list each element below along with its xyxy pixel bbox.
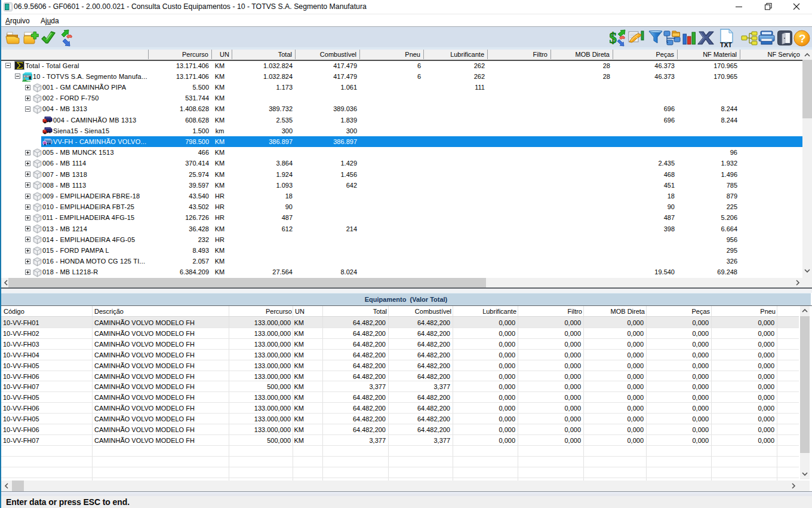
svg-text:$: $: [610, 29, 617, 47]
svg-text:TXT: TXT: [720, 41, 732, 48]
svg-text:?: ?: [799, 32, 806, 45]
